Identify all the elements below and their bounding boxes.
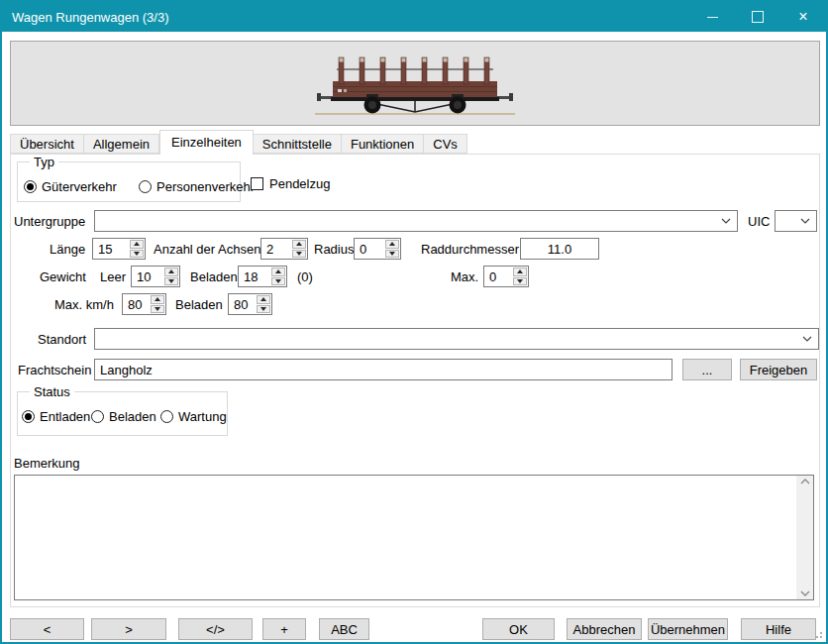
- uic-label: UIC: [748, 214, 770, 230]
- gewicht-beladen-spinner[interactable]: 18: [238, 266, 287, 287]
- cancel-button[interactable]: Abbrechen: [567, 618, 642, 640]
- laenge-label: Länge: [50, 242, 85, 258]
- close-button[interactable]: ×: [780, 2, 826, 32]
- frachtschein-label: Frachtschein: [18, 363, 91, 378]
- frachtschein-browse-button[interactable]: ...: [682, 359, 732, 380]
- standort-label: Standort: [38, 332, 86, 348]
- spin-up-icon[interactable]: [271, 268, 285, 276]
- spin-down-icon[interactable]: [271, 277, 285, 286]
- close-icon: ×: [798, 9, 807, 25]
- spin-down-icon[interactable]: [257, 305, 270, 314]
- maximize-button[interactable]: [735, 2, 780, 32]
- gewicht-leer-label: Leer: [100, 269, 126, 285]
- laenge-spinner[interactable]: 15: [92, 238, 146, 260]
- radio-wartung[interactable]: Wartung: [160, 409, 227, 424]
- spin-up-icon[interactable]: [513, 268, 527, 276]
- spin-up-icon[interactable]: [385, 240, 399, 249]
- spin-up-icon[interactable]: [257, 295, 270, 304]
- radio-circle-icon: [22, 410, 35, 423]
- radio-circle-icon: [24, 180, 37, 193]
- spin-up-icon[interactable]: [130, 240, 144, 249]
- gewicht-max-spinner[interactable]: 0: [483, 266, 529, 287]
- spin-down-icon[interactable]: [513, 277, 527, 286]
- achsen-value: 2: [261, 239, 291, 259]
- tab-funktionen[interactable]: Funktionen: [342, 134, 424, 154]
- radio-beladen-label: Beladen: [109, 409, 156, 424]
- raddurchmesser-field[interactable]: 11.0: [520, 238, 599, 260]
- add-button[interactable]: +: [262, 618, 306, 640]
- tab-uebersicht[interactable]: Übersicht: [10, 134, 84, 154]
- pendelzug-checkbox[interactable]: Pendelzug: [251, 176, 330, 191]
- dialog-window: Wagen Rungenwagen (3/3) ×: [0, 0, 828, 644]
- status-legend: Status: [30, 384, 74, 399]
- gewicht-beladen-suffix: (0): [297, 269, 313, 285]
- tab-schnittstelle[interactable]: Schnittstelle: [254, 134, 342, 154]
- spin-up-icon[interactable]: [151, 295, 164, 304]
- scroll-down-icon[interactable]: [800, 590, 810, 596]
- frachtschein-field[interactable]: Langholz: [94, 359, 673, 380]
- tab-cvs[interactable]: CVs: [424, 134, 467, 154]
- typ-legend: Typ: [30, 155, 58, 169]
- bemerkung-textarea[interactable]: [14, 475, 814, 600]
- chevron-down-icon: [721, 218, 731, 224]
- radio-personenverkehr[interactable]: Personenverkehr: [139, 179, 255, 194]
- radio-entladen-label: Entladen: [40, 409, 90, 424]
- raddurchmesser-value: 11.0: [548, 242, 571, 257]
- maxkmh-beladen-label: Beladen: [175, 297, 223, 313]
- spin-up-icon[interactable]: [292, 240, 306, 249]
- gewicht-leer-spinner[interactable]: 10: [131, 266, 180, 287]
- spin-up-icon[interactable]: [164, 268, 178, 276]
- checkbox-icon: [251, 177, 263, 190]
- freigeben-button[interactable]: Freigeben: [740, 359, 817, 380]
- pendelzug-label: Pendelzug: [269, 176, 330, 191]
- untergruppe-combobox[interactable]: [94, 210, 738, 232]
- uic-combobox[interactable]: [775, 210, 817, 232]
- abc-button[interactable]: ABC: [319, 618, 369, 640]
- resize-grip-icon[interactable]: [812, 628, 822, 638]
- radius-spinner[interactable]: 0: [354, 238, 401, 260]
- radio-circle-icon: [160, 410, 173, 423]
- scroll-up-icon[interactable]: [800, 479, 810, 484]
- window-controls: ×: [689, 2, 826, 32]
- radio-circle-icon: [139, 180, 152, 193]
- spin-down-icon[interactable]: [292, 250, 306, 259]
- tab-allgemein[interactable]: Allgemein: [84, 134, 159, 154]
- wagon-image: [311, 46, 519, 121]
- spin-down-icon[interactable]: [151, 305, 164, 314]
- bemerkung-scrollbar[interactable]: [796, 476, 813, 599]
- achsen-spinner[interactable]: 2: [260, 238, 308, 260]
- ok-button[interactable]: OK: [482, 618, 555, 640]
- spin-down-icon[interactable]: [130, 250, 144, 259]
- chevron-down-icon: [800, 218, 810, 224]
- tab-bar: Übersicht Allgemein Einzelheiten Schnitt…: [10, 132, 467, 154]
- apply-button[interactable]: Übernehmen: [648, 618, 728, 640]
- radius-value: 0: [355, 239, 384, 259]
- gewicht-beladen-label: Beladen: [190, 269, 238, 285]
- spin-down-icon[interactable]: [385, 250, 399, 259]
- minimize-button[interactable]: [689, 2, 735, 32]
- standort-combobox[interactable]: [94, 328, 819, 350]
- gewicht-label: Gewicht: [40, 269, 86, 285]
- next-button[interactable]: >: [91, 618, 166, 640]
- maximize-icon: [752, 11, 764, 23]
- maxkmh-label: Max. km/h: [54, 297, 114, 313]
- window-title: Wagen Rungenwagen (3/3): [12, 10, 169, 25]
- gewicht-leer-value: 10: [132, 267, 163, 286]
- radio-entladen[interactable]: Entladen: [22, 409, 90, 424]
- maxkmh-spinner[interactable]: 80: [122, 293, 166, 315]
- chevron-down-icon: [802, 336, 812, 342]
- prev-button[interactable]: <: [10, 618, 84, 640]
- radio-gueterverkehr[interactable]: Güterverkehr: [24, 179, 117, 194]
- spin-down-icon[interactable]: [164, 277, 178, 286]
- tab-einzelheiten[interactable]: Einzelheiten: [159, 130, 254, 155]
- gewicht-max-label: Max.: [451, 269, 478, 285]
- frachtschein-value: Langholz: [100, 363, 153, 377]
- maxkmh-value: 80: [123, 294, 150, 314]
- wagon-preview-panel: [10, 41, 820, 126]
- radio-beladen[interactable]: Beladen: [91, 409, 156, 424]
- maxkmh-beladen-spinner[interactable]: 80: [228, 293, 272, 315]
- help-button[interactable]: Hilfe: [741, 618, 816, 640]
- code-button[interactable]: </>: [178, 618, 253, 640]
- laenge-value: 15: [93, 239, 129, 259]
- minimize-icon: [707, 17, 718, 18]
